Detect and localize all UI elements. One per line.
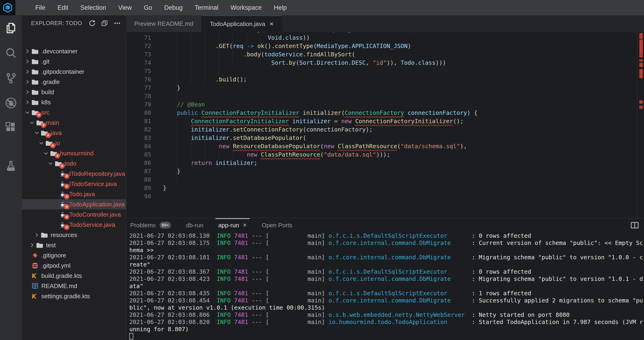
tree-item-.gradle[interactable]: .gradle — [22, 77, 126, 87]
menu-help[interactable]: Help — [268, 0, 293, 15]
error-badge: ✕ — [46, 133, 51, 138]
bottom-panel: Problems99+db-runapp-run✕Open Ports 2021… — [126, 218, 644, 340]
menu-selection[interactable]: Selection — [74, 0, 112, 15]
chevron-down-icon[interactable] — [34, 130, 40, 136]
log-line: 2021-06-27 02:03:08.175 INFO 7481 --- [ … — [129, 239, 644, 247]
tree-item-todoservice.java[interactable]: ✕TodoService.java — [22, 220, 126, 230]
panel-tab-open-ports[interactable]: Open Ports — [262, 218, 292, 232]
menu-debug[interactable]: Debug — [158, 0, 189, 15]
folder-icon — [32, 89, 40, 95]
tree-item-humourmind[interactable]: ✕humourmind — [22, 148, 126, 158]
files-icon[interactable] — [0, 15, 22, 40]
menu-view[interactable]: View — [112, 0, 138, 15]
tree-item-resources[interactable]: resources — [22, 230, 126, 240]
tree-item-build.gradle.kts[interactable]: Kbuild.gradle.kts — [22, 271, 126, 281]
more-actions-icon[interactable] — [114, 19, 121, 27]
tab-preview-readme.md[interactable]: Preview README.md — [126, 15, 202, 32]
tree-item-label: .gradle — [41, 78, 60, 86]
search-icon[interactable] — [0, 40, 22, 65]
code-line-87: 87 } — [126, 167, 638, 176]
folder-icon — [32, 68, 40, 75]
tree-item-main[interactable]: ✕main — [22, 118, 126, 128]
panel-tab-db-run[interactable]: db-run — [186, 218, 203, 232]
folder-icon: ✕ — [55, 160, 63, 167]
chevron-down-icon[interactable] — [48, 161, 54, 166]
explorer-sidebar: EXPLORER: TODO .devcontainer.git.gitpodc… — [22, 15, 126, 340]
tree-item-k8s[interactable]: k8s — [22, 97, 126, 107]
folder-icon — [32, 78, 40, 85]
panel-tab-app-run[interactable]: app-run✕ — [218, 218, 247, 232]
code-line-80: 80 public ConnectionFactoryInitializer i… — [126, 109, 638, 117]
tree-item-todoapplication.java[interactable]: ✕TodoApplication.java — [22, 199, 126, 209]
chevron-right-icon[interactable] — [24, 48, 31, 54]
tab-todoapplication.java[interactable]: TodoApplication.java✕ — [202, 15, 282, 32]
chevron-right-icon[interactable] — [34, 232, 40, 238]
tree-item-.gitpodcontainer[interactable]: .gitpodcontainer — [22, 66, 126, 77]
chevron-right-icon[interactable] — [24, 69, 31, 74]
tree-item-test[interactable]: test — [22, 240, 126, 250]
menu-file[interactable]: File — [29, 0, 52, 15]
source-control-icon[interactable] — [0, 65, 22, 90]
tree-item-src[interactable]: ✕src — [22, 107, 126, 118]
split-panel-icon[interactable] — [630, 222, 639, 230]
tree-item-todocontroller.java[interactable]: ✕TodoController.java — [22, 209, 126, 220]
error-mark — [639, 106, 643, 109]
tree-item-.gitignore[interactable]: .gitignore — [22, 250, 126, 261]
tree-item-todo[interactable]: ✕todo — [22, 158, 126, 169]
tree-item-io[interactable]: ✕io — [22, 138, 126, 148]
tree-item-label: build — [41, 89, 54, 96]
line-number: 78 — [126, 92, 151, 100]
extensions-icon[interactable] — [0, 115, 22, 141]
collapse-all-icon[interactable] — [101, 19, 108, 27]
chevron-right-icon[interactable] — [24, 59, 31, 64]
refresh-icon[interactable] — [88, 19, 96, 27]
code-editor[interactable]: 70 .body(todoService.save(req.bodyToMono… — [126, 32, 644, 218]
tree-item-java[interactable]: ✕java — [22, 128, 126, 138]
debug-disabled-icon[interactable] — [0, 90, 22, 115]
error-badge: ✕ — [60, 163, 65, 169]
tree-item-label: src — [41, 109, 50, 116]
tree-item-itodorepository.java[interactable]: ✕ITodoRepository.java — [22, 169, 126, 179]
tree-item-label: test — [46, 242, 56, 249]
tree-item-build[interactable]: build — [22, 87, 126, 97]
close-icon[interactable]: ✕ — [243, 222, 247, 228]
chevron-down-icon[interactable] — [24, 110, 31, 115]
menu-edit[interactable]: Edit — [52, 0, 74, 15]
chevron-right-icon[interactable] — [29, 242, 35, 248]
tree-item-.devcontainer[interactable]: .devcontainer — [22, 46, 126, 56]
menu-terminal[interactable]: Terminal — [189, 0, 224, 15]
tree-item-settings.gradle.kts[interactable]: Ksettings.gradle.kts — [22, 291, 126, 301]
folder-icon — [36, 242, 44, 249]
activity-bar — [0, 15, 22, 340]
code-line-85: 85 new ClassPathResource("data/data.sql"… — [126, 151, 638, 159]
terminal-output[interactable]: 2021-06-27 02:03:08.130 INFO 7481 --- [ … — [129, 232, 644, 340]
tree-item-label: main — [46, 119, 59, 126]
test-flask-icon[interactable] — [0, 154, 22, 179]
chevron-down-icon[interactable] — [38, 140, 44, 146]
tree-item-.git[interactable]: .git — [22, 56, 126, 66]
panel-tab-label: db-run — [186, 222, 203, 229]
tree-item-label: .gitpod.yml — [41, 262, 70, 269]
chevron-right-icon[interactable] — [24, 89, 31, 95]
log-line: 2021-06-27 02:03:08.820 INFO 7481 --- [ … — [129, 319, 644, 326]
chevron-down-icon[interactable] — [43, 151, 49, 156]
tree-item-todo.java[interactable]: ✕Todo.java — [22, 189, 126, 199]
menu-items: FileEditSelectionViewGoDebugTerminalWork… — [29, 0, 293, 15]
error-mark — [639, 100, 643, 104]
code-line-89: 89} — [126, 184, 638, 192]
tree-item-.gitpod.yml[interactable]: .gitpod.yml — [22, 261, 126, 271]
chevron-down-icon[interactable] — [29, 120, 35, 125]
log-line: hema >> — [129, 247, 644, 254]
tree-item-itodoservice.java[interactable]: ✕ITodoService.java — [22, 179, 126, 189]
tab-label: Preview README.md — [134, 20, 193, 27]
chevron-right-icon[interactable] — [24, 79, 31, 85]
chevron-right-icon[interactable] — [24, 99, 31, 105]
panel-tabbar: Problems99+db-runapp-run✕Open Ports — [126, 218, 644, 232]
gitpod-logo-icon[interactable] — [0, 0, 15, 15]
tree-item-readme.md[interactable]: README.md — [22, 281, 126, 291]
panel-tab-problems[interactable]: Problems99+ — [130, 218, 171, 232]
menu-workspace[interactable]: Workspace — [224, 0, 268, 15]
close-icon[interactable]: ✕ — [270, 21, 274, 27]
line-number: 70 — [126, 32, 151, 34]
menu-go[interactable]: Go — [138, 0, 158, 15]
